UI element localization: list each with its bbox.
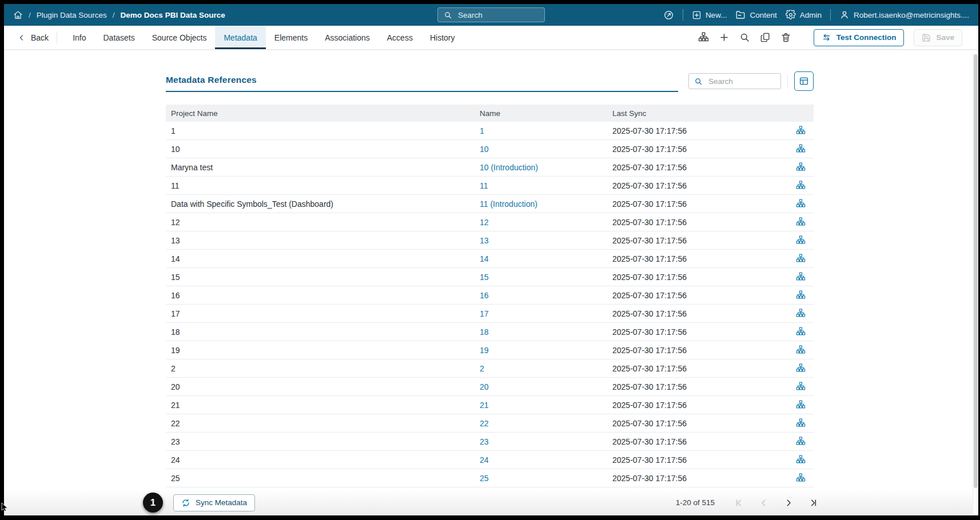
sync-metadata-button[interactable]: Sync Metadata bbox=[173, 494, 255, 511]
cell-name-link[interactable]: 10 bbox=[480, 145, 489, 154]
new-menu-item[interactable]: New... bbox=[692, 10, 727, 20]
cell-name-link[interactable]: 2 bbox=[480, 364, 484, 373]
cell-name-link[interactable]: 11 (Introduction) bbox=[480, 199, 537, 209]
lineage-icon[interactable] bbox=[796, 382, 806, 391]
lineage-icon[interactable] bbox=[796, 400, 806, 410]
lineage-icon[interactable] bbox=[796, 363, 806, 373]
cell-name-link[interactable]: 25 bbox=[480, 474, 489, 483]
lineage-icon[interactable] bbox=[796, 309, 806, 318]
tab-access[interactable]: Access bbox=[379, 26, 421, 49]
cell-name-link[interactable]: 14 bbox=[480, 254, 489, 263]
tab-metadata[interactable]: Metadata bbox=[215, 26, 265, 49]
cell-name-link[interactable]: 16 bbox=[480, 291, 489, 300]
scrollbar-thumb[interactable] bbox=[974, 54, 978, 488]
swap-arrows-icon bbox=[822, 33, 831, 42]
breadcrumb-plugin-data-sources[interactable]: Plugin Data Sources bbox=[37, 11, 107, 19]
cell-project-name: 25 bbox=[166, 474, 480, 483]
lineage-icon[interactable] bbox=[796, 290, 806, 300]
test-connection-button[interactable]: Test Connection bbox=[814, 29, 905, 46]
global-search-box[interactable] bbox=[437, 7, 545, 22]
lineage-icon[interactable] bbox=[796, 199, 806, 209]
cell-name-link[interactable]: 23 bbox=[480, 437, 489, 446]
cell-last-sync: 2025-07-30 17:17:56 bbox=[612, 437, 787, 446]
cell-last-sync: 2025-07-30 17:17:56 bbox=[612, 273, 787, 282]
cell-name-link[interactable]: 20 bbox=[480, 382, 489, 391]
cell-name-link[interactable]: 13 bbox=[480, 236, 489, 245]
cell-last-sync: 2025-07-30 17:17:56 bbox=[612, 382, 787, 391]
lineage-icon[interactable] bbox=[796, 327, 806, 337]
table-header-row: Project Name Name Last Sync bbox=[166, 105, 814, 122]
table-columns-icon bbox=[799, 76, 809, 86]
tab-elements[interactable]: Elements bbox=[266, 26, 316, 49]
lineage-icon[interactable] bbox=[796, 455, 806, 465]
plus-square-icon bbox=[692, 10, 702, 20]
user-menu-item[interactable]: Robert.isaenko@metricinsights.... bbox=[839, 10, 969, 20]
lineage-icon[interactable] bbox=[698, 32, 709, 43]
lineage-icon[interactable] bbox=[796, 144, 806, 154]
save-button[interactable]: Save bbox=[914, 29, 962, 46]
add-icon[interactable] bbox=[719, 32, 730, 43]
vertical-scrollbar[interactable] bbox=[973, 53, 978, 514]
admin-menu-item[interactable]: Admin bbox=[786, 10, 822, 20]
last-page-icon[interactable] bbox=[808, 498, 818, 507]
lineage-icon[interactable] bbox=[796, 272, 806, 282]
cell-name-link[interactable]: 17 bbox=[480, 309, 489, 318]
cell-name-link[interactable]: 12 bbox=[480, 218, 489, 227]
cell-name-link[interactable]: 19 bbox=[480, 346, 489, 355]
cell-project-name: 1 bbox=[166, 126, 480, 135]
content-menu-item[interactable]: Content bbox=[735, 10, 776, 20]
home-icon[interactable] bbox=[13, 10, 23, 20]
lineage-icon[interactable] bbox=[796, 181, 806, 190]
lineage-icon[interactable] bbox=[796, 473, 806, 483]
global-search-input[interactable] bbox=[457, 10, 539, 20]
column-settings-button[interactable] bbox=[794, 71, 814, 91]
folder-icon bbox=[735, 10, 746, 20]
cell-name-link[interactable]: 18 bbox=[480, 327, 489, 337]
content-menu-label: Content bbox=[750, 11, 776, 19]
cell-name-link[interactable]: 24 bbox=[480, 455, 489, 465]
tab-associations[interactable]: Associations bbox=[316, 26, 379, 49]
table-search-input[interactable] bbox=[707, 77, 775, 86]
tab-datasets[interactable]: Datasets bbox=[94, 26, 143, 49]
search-icon bbox=[694, 77, 703, 86]
table-search-box[interactable] bbox=[688, 73, 781, 89]
tab-info[interactable]: Info bbox=[64, 26, 94, 49]
cell-name-link[interactable]: 11 bbox=[480, 181, 488, 190]
cell-name-link[interactable]: 10 (Introduction) bbox=[480, 163, 538, 172]
page-toolbar: Back InfoDatasetsSource ObjectsMetadataE… bbox=[4, 26, 978, 50]
lineage-icon[interactable] bbox=[796, 217, 806, 227]
lineage-icon[interactable] bbox=[796, 437, 806, 446]
tab-history[interactable]: History bbox=[421, 26, 464, 49]
next-page-icon[interactable] bbox=[784, 498, 793, 507]
lineage-icon[interactable] bbox=[796, 345, 806, 355]
first-page-icon[interactable] bbox=[735, 498, 744, 507]
table-row: Maryna test 10 (Introduction) 2025-07-30… bbox=[166, 158, 814, 177]
lineage-icon[interactable] bbox=[796, 418, 806, 428]
cell-name-link[interactable]: 21 bbox=[480, 401, 489, 410]
previous-page-icon[interactable] bbox=[759, 498, 768, 507]
cell-project-name: 10 bbox=[166, 145, 480, 154]
cell-name-link[interactable]: 15 bbox=[480, 273, 489, 282]
cell-last-sync: 2025-07-30 17:17:56 bbox=[612, 236, 787, 245]
delete-icon[interactable] bbox=[780, 32, 791, 43]
cell-project-name: 18 bbox=[166, 327, 480, 337]
search-icon[interactable] bbox=[739, 32, 750, 43]
back-button[interactable]: Back bbox=[18, 26, 55, 49]
lineage-icon[interactable] bbox=[796, 126, 806, 135]
lineage-icon[interactable] bbox=[796, 254, 806, 263]
table-row: 22 22 2025-07-30 17:17:56 bbox=[166, 414, 814, 433]
cell-name-link[interactable]: 1 bbox=[480, 126, 484, 135]
lineage-icon[interactable] bbox=[796, 162, 806, 172]
lineage-icon[interactable] bbox=[796, 235, 806, 245]
sync-metadata-label: Sync Metadata bbox=[196, 498, 247, 507]
section-header: Metadata References bbox=[166, 71, 814, 92]
main-content: Metadata References bbox=[4, 50, 978, 490]
save-icon bbox=[922, 33, 931, 42]
explore-icon[interactable] bbox=[663, 10, 674, 21]
cell-name-link[interactable]: 22 bbox=[480, 419, 489, 428]
back-label: Back bbox=[31, 33, 49, 42]
copy-icon[interactable] bbox=[760, 32, 771, 43]
metadata-references-table: Project Name Name Last Sync 1 1 2025-07-… bbox=[166, 105, 814, 487]
tab-source-objects[interactable]: Source Objects bbox=[144, 26, 216, 49]
cell-project-name: 24 bbox=[166, 455, 480, 465]
